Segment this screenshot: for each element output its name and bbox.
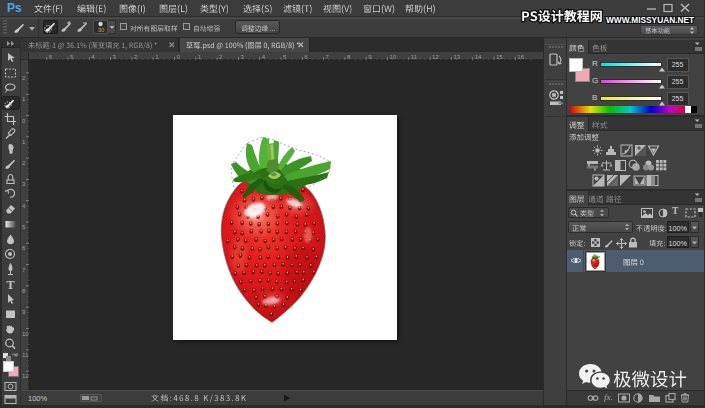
svg-text:0: 0 — [177, 54, 181, 60]
svg-text:3: 3 — [240, 54, 244, 60]
svg-text:16: 16 — [517, 54, 524, 60]
svg-text:11: 11 — [411, 54, 418, 60]
svg-text:9: 9 — [368, 54, 372, 60]
svg-text:7: 7 — [22, 267, 26, 273]
svg-text:7: 7 — [326, 54, 330, 60]
svg-text:5: 5 — [22, 224, 26, 230]
svg-text:14: 14 — [475, 54, 482, 60]
svg-text:6: 6 — [22, 245, 26, 251]
svg-text:5: 5 — [283, 54, 287, 60]
svg-text:6: 6 — [304, 54, 308, 60]
svg-text:3: 3 — [22, 181, 26, 187]
svg-text:4: 4 — [262, 54, 266, 60]
svg-text:15: 15 — [496, 54, 503, 60]
svg-text:1: 1 — [22, 96, 26, 102]
svg-text:0: 0 — [22, 118, 26, 124]
svg-text:8: 8 — [347, 54, 351, 60]
svg-text:5: 5 — [70, 54, 74, 60]
svg-text:2: 2 — [22, 160, 26, 166]
svg-text:4: 4 — [91, 54, 95, 60]
svg-text:2: 2 — [22, 75, 26, 81]
svg-text:12: 12 — [432, 54, 439, 60]
svg-text:1: 1 — [198, 54, 202, 60]
svg-text:11: 11 — [22, 352, 29, 358]
svg-text:13: 13 — [453, 54, 460, 60]
svg-text:6: 6 — [49, 54, 53, 60]
svg-text:3: 3 — [113, 54, 117, 60]
svg-text:4: 4 — [22, 203, 26, 209]
svg-text:2: 2 — [219, 54, 223, 60]
svg-text:8: 8 — [22, 288, 26, 294]
svg-text:9: 9 — [22, 309, 26, 315]
svg-text:1: 1 — [22, 139, 26, 145]
svg-text:1: 1 — [155, 54, 159, 60]
svg-text:2: 2 — [134, 54, 138, 60]
svg-text:T: T — [6, 278, 14, 292]
svg-text:10: 10 — [390, 54, 397, 60]
